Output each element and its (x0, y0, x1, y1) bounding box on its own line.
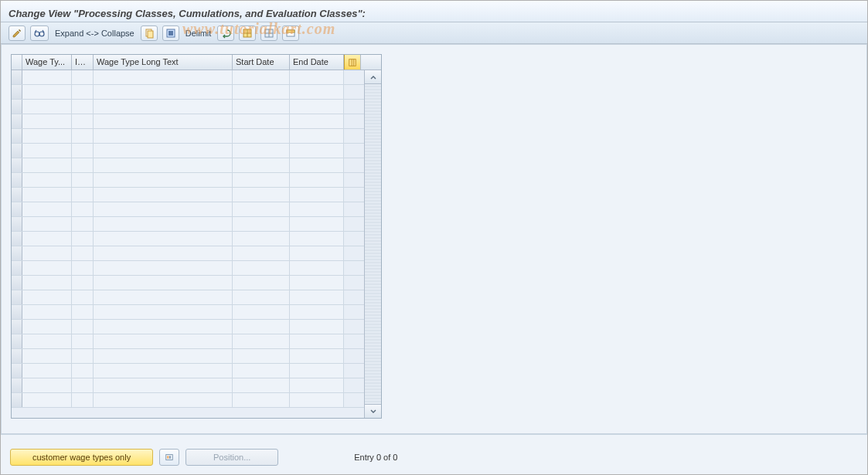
cell-start-date[interactable] (233, 305, 290, 319)
cell-start-date[interactable] (233, 158, 290, 172)
select-block-button[interactable] (239, 25, 256, 41)
cell-long-text[interactable] (94, 144, 233, 158)
row-selector[interactable] (12, 129, 22, 143)
row-selector[interactable] (12, 188, 22, 202)
cell-wage-type[interactable] (22, 393, 72, 407)
cell-start-date[interactable] (233, 114, 290, 128)
cell-long-text[interactable] (94, 334, 233, 348)
cell-wage-type[interactable] (22, 349, 72, 363)
col-start-date[interactable]: Start Date (233, 55, 290, 70)
cell-start-date[interactable] (233, 334, 290, 348)
cell-inf[interactable] (72, 393, 94, 407)
cell-end-date[interactable] (290, 364, 344, 378)
cell-end-date[interactable] (290, 129, 344, 143)
cell-wage-type[interactable] (22, 217, 72, 231)
row-selector-header[interactable] (12, 55, 22, 70)
cell-long-text[interactable] (94, 173, 233, 187)
cell-end-date[interactable] (290, 85, 344, 99)
cell-start-date[interactable] (233, 217, 290, 231)
cell-wage-type[interactable] (22, 129, 72, 143)
row-selector[interactable] (12, 232, 22, 246)
cell-end-date[interactable] (290, 232, 344, 246)
delimit-button[interactable]: Delimit (184, 29, 213, 38)
cell-start-date[interactable] (233, 349, 290, 363)
cell-start-date[interactable] (233, 173, 290, 187)
expand-collapse-button[interactable]: Expand <-> Collapse (53, 29, 136, 38)
cell-inf[interactable] (72, 144, 94, 158)
cell-end-date[interactable] (290, 246, 344, 260)
cell-long-text[interactable] (94, 158, 233, 172)
position-icon-button[interactable] (159, 449, 179, 466)
cell-inf[interactable] (72, 173, 94, 187)
row-selector[interactable] (12, 85, 22, 99)
row-selector[interactable] (12, 246, 22, 260)
cell-start-date[interactable] (233, 290, 290, 304)
cell-inf[interactable] (72, 129, 94, 143)
cell-long-text[interactable] (94, 364, 233, 378)
cell-inf[interactable] (72, 158, 94, 172)
row-selector[interactable] (12, 305, 22, 319)
cell-long-text[interactable] (94, 276, 233, 290)
cell-start-date[interactable] (233, 378, 290, 392)
cell-inf[interactable] (72, 334, 94, 348)
cell-inf[interactable] (72, 364, 94, 378)
cell-wage-type[interactable] (22, 261, 72, 275)
row-selector[interactable] (12, 276, 22, 290)
other-view-button[interactable] (30, 25, 49, 41)
cell-end-date[interactable] (290, 202, 344, 216)
row-selector[interactable] (12, 290, 22, 304)
cell-start-date[interactable] (233, 202, 290, 216)
cell-end-date[interactable] (290, 158, 344, 172)
cell-inf[interactable] (72, 320, 94, 334)
cell-inf[interactable] (72, 85, 94, 99)
cell-wage-type[interactable] (22, 232, 72, 246)
position-button[interactable]: Position... (186, 449, 278, 466)
cell-end-date[interactable] (290, 114, 344, 128)
cell-long-text[interactable] (94, 246, 233, 260)
cell-end-date[interactable] (290, 100, 344, 114)
cell-long-text[interactable] (94, 217, 233, 231)
cell-inf[interactable] (72, 70, 94, 84)
cell-end-date[interactable] (290, 320, 344, 334)
row-selector[interactable] (12, 349, 22, 363)
row-selector[interactable] (12, 320, 22, 334)
col-end-date[interactable]: End Date (290, 55, 344, 70)
cell-inf[interactable] (72, 276, 94, 290)
undo-button[interactable] (217, 25, 234, 41)
row-selector[interactable] (12, 202, 22, 216)
cell-end-date[interactable] (290, 305, 344, 319)
cell-start-date[interactable] (233, 246, 290, 260)
cell-end-date[interactable] (290, 378, 344, 392)
cell-inf[interactable] (72, 232, 94, 246)
scroll-down-button[interactable] (365, 404, 381, 418)
cell-end-date[interactable] (290, 144, 344, 158)
cell-start-date[interactable] (233, 144, 290, 158)
cell-start-date[interactable] (233, 261, 290, 275)
cell-long-text[interactable] (94, 188, 233, 202)
col-inf[interactable]: Inf... (72, 55, 94, 70)
cell-wage-type[interactable] (22, 276, 72, 290)
cell-long-text[interactable] (94, 70, 233, 84)
cell-wage-type[interactable] (22, 364, 72, 378)
cell-inf[interactable] (72, 202, 94, 216)
scroll-track[interactable] (365, 84, 381, 404)
row-selector[interactable] (12, 173, 22, 187)
cell-long-text[interactable] (94, 320, 233, 334)
cell-inf[interactable] (72, 100, 94, 114)
cell-end-date[interactable] (290, 276, 344, 290)
cell-long-text[interactable] (94, 290, 233, 304)
cell-long-text[interactable] (94, 378, 233, 392)
cell-end-date[interactable] (290, 334, 344, 348)
cell-start-date[interactable] (233, 364, 290, 378)
scroll-up-button[interactable] (365, 70, 381, 84)
cell-long-text[interactable] (94, 114, 233, 128)
row-selector[interactable] (12, 334, 22, 348)
cell-long-text[interactable] (94, 232, 233, 246)
cell-long-text[interactable] (94, 349, 233, 363)
cell-inf[interactable] (72, 188, 94, 202)
cell-long-text[interactable] (94, 129, 233, 143)
row-selector[interactable] (12, 261, 22, 275)
cell-long-text[interactable] (94, 261, 233, 275)
cell-start-date[interactable] (233, 70, 290, 84)
row-selector[interactable] (12, 393, 22, 407)
